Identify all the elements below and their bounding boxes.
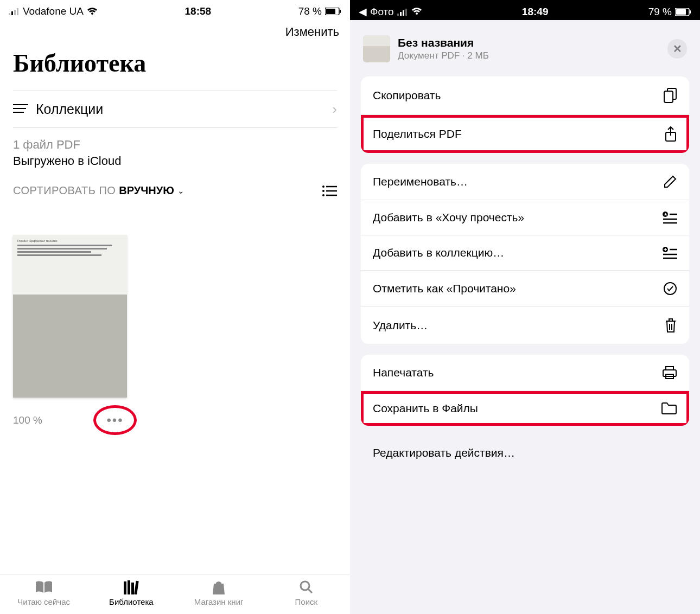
signal-icon	[397, 8, 408, 16]
share-icon	[664, 126, 677, 142]
sort-by-label: СОРТИРОВАТЬ ПО	[13, 184, 116, 197]
battery-label: 79 %	[648, 6, 672, 18]
chevron-right-icon: ›	[332, 101, 337, 118]
tab-label: Библиотека	[109, 597, 154, 606]
page-title: Библиотека	[0, 44, 350, 91]
svg-rect-19	[134, 581, 138, 594]
svg-line-21	[308, 589, 312, 593]
svg-rect-18	[131, 583, 134, 594]
document-meta: Документ PDF · 2 МБ	[398, 50, 660, 61]
action-label: Удалить…	[373, 319, 428, 332]
tab-reading-now[interactable]: Читаю сейчас	[0, 579, 87, 606]
share-pdf-action[interactable]: Поделиться PDF	[361, 115, 689, 153]
svg-point-42	[664, 283, 676, 295]
list-lines-icon	[13, 104, 28, 116]
status-bar: ◀ Фото 18:49 79 %	[350, 0, 700, 20]
sort-row[interactable]: СОРТИРОВАТЬ ПО ВРУЧНУЮ ⌄	[0, 168, 350, 208]
back-indicator-icon[interactable]: ◀	[359, 5, 367, 18]
tab-label: Магазин книг	[194, 597, 244, 606]
svg-point-20	[301, 581, 309, 590]
svg-rect-3	[17, 8, 18, 15]
svg-rect-0	[9, 13, 10, 15]
library-info: 1 файл PDF Выгружено в iCloud	[0, 128, 350, 168]
books-icon	[123, 579, 140, 595]
battery-icon	[325, 8, 341, 15]
edit-button[interactable]: Изменить	[285, 25, 339, 39]
plus-list-icon	[662, 246, 677, 259]
book-item[interactable]: Ремонт цифровой техники	[13, 235, 127, 398]
nav-bar: Изменить	[0, 20, 350, 44]
star-list-icon: ★	[662, 211, 677, 224]
svg-rect-23	[400, 12, 402, 16]
back-app-label[interactable]: Фото	[370, 6, 394, 18]
battery-label: 78 %	[298, 5, 322, 17]
svg-rect-2	[14, 10, 16, 15]
action-label: Поделиться PDF	[373, 127, 462, 140]
copy-action[interactable]: Скопировать	[361, 76, 689, 115]
print-action[interactable]: Напечатать	[361, 355, 689, 391]
collections-row[interactable]: Коллекции ›	[0, 91, 350, 127]
sheet-header: Без названия Документ PDF · 2 МБ ✕	[361, 23, 689, 76]
delete-action[interactable]: Удалить…	[361, 307, 689, 344]
file-count-label: 1 файл PDF	[13, 138, 337, 152]
svg-point-14	[322, 194, 324, 196]
svg-rect-5	[326, 9, 335, 14]
action-label: Добавить в «Хочу прочесть»	[373, 211, 524, 224]
uploaded-label: Выгружено в iCloud	[13, 154, 337, 168]
want-read-action[interactable]: Добавить в «Хочу прочесть» ★	[361, 200, 689, 235]
copy-icon	[663, 87, 677, 104]
library-screen: Vodafone UA 18:58 78 % Изменить Библиоте…	[0, 0, 350, 614]
action-label: Переименовать…	[373, 175, 468, 188]
add-collection-action[interactable]: Добавить в коллекцию…	[361, 235, 689, 271]
svg-rect-24	[403, 10, 404, 16]
search-icon	[299, 579, 313, 595]
svg-rect-25	[405, 9, 407, 16]
svg-rect-6	[340, 10, 341, 13]
action-label: Добавить в коллекцию…	[373, 246, 504, 259]
battery-icon	[675, 8, 691, 16]
tab-label: Читаю сейчас	[17, 597, 70, 606]
tab-library[interactable]: Библиотека	[87, 579, 175, 606]
books-grid: Ремонт цифровой техники 100 % •••	[0, 208, 350, 435]
svg-point-12	[322, 190, 324, 192]
status-bar: Vodafone UA 18:58 78 %	[0, 0, 350, 20]
bag-icon	[212, 579, 226, 595]
svg-rect-27	[676, 9, 686, 15]
pencil-icon	[663, 175, 677, 189]
checkmark-circle-icon	[663, 282, 677, 296]
folder-icon	[661, 402, 677, 415]
book-open-icon	[35, 579, 53, 595]
share-sheet-screen: ◀ Фото 18:49 79 % Без названия Документ …	[350, 0, 700, 614]
action-label: Напечатать	[373, 366, 434, 379]
document-title: Без названия	[398, 36, 660, 49]
svg-rect-1	[11, 11, 13, 15]
svg-point-10	[322, 186, 324, 188]
carrier-label: Vodafone UA	[23, 5, 84, 17]
more-icon[interactable]: •••	[106, 413, 123, 428]
rename-action[interactable]: Переименовать…	[361, 164, 689, 200]
collections-label: Коллекции	[36, 101, 324, 117]
clock-label: 18:58	[185, 5, 212, 17]
svg-rect-44	[663, 370, 676, 376]
tab-bar: Читаю сейчас Библиотека Магазин книг Пои…	[0, 574, 350, 614]
tab-search[interactable]: Поиск	[263, 579, 350, 606]
mark-read-action[interactable]: Отметить как «Прочитано»	[361, 271, 689, 307]
wifi-icon	[87, 8, 98, 16]
svg-rect-29	[664, 91, 673, 103]
svg-rect-22	[397, 14, 399, 16]
chevron-down-icon: ⌄	[177, 186, 184, 196]
tab-label: Поиск	[295, 597, 318, 606]
tab-store[interactable]: Магазин книг	[175, 579, 263, 606]
svg-text:★: ★	[664, 212, 667, 217]
close-button[interactable]: ✕	[667, 39, 687, 59]
view-list-icon[interactable]	[322, 185, 337, 197]
wifi-icon	[411, 8, 422, 16]
clock-label: 18:49	[522, 6, 549, 18]
trash-icon	[664, 318, 677, 333]
progress-label: 100 %	[13, 414, 42, 426]
action-label: Сохранить в Файлы	[373, 402, 478, 415]
svg-rect-28	[690, 10, 691, 14]
printer-icon	[662, 366, 677, 380]
save-to-files-action[interactable]: Сохранить в Файлы	[361, 391, 689, 426]
edit-actions-button[interactable]: Редактировать действия…	[361, 437, 689, 459]
